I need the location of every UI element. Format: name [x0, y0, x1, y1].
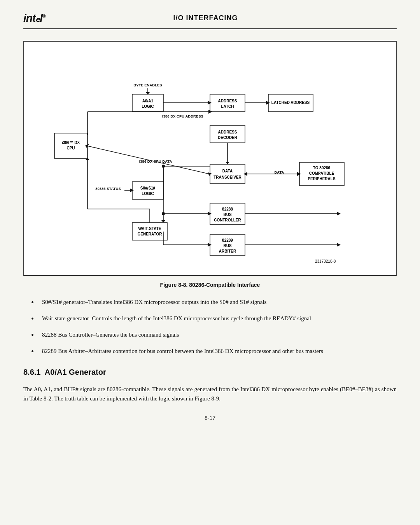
- svg-text:S0#/S1#: S0#/S1#: [140, 186, 156, 190]
- bullet-list: • S0#/S1# generator–Translates Intel386 …: [23, 298, 397, 356]
- svg-text:82288: 82288: [222, 207, 233, 211]
- section-heading: 8.6.1 A0/A1 Generator: [23, 368, 397, 377]
- page-title: I/O INTERFACING: [173, 14, 238, 22]
- figure-caption: Figure 8-8. 80286-Compatible Interface: [23, 282, 397, 288]
- figure-container: i386™ DX CPU A0/A1 LOGIC ADDRESS LATCH L…: [23, 41, 397, 276]
- svg-text:80386 STATUS: 80386 STATUS: [95, 186, 121, 191]
- svg-text:BYTE ENABLES: BYTE ENABLES: [133, 83, 162, 87]
- svg-marker-66: [337, 243, 341, 247]
- bullet-text-2: Wait-state generator–Controls the length…: [42, 314, 311, 323]
- circuit-diagram: i386™ DX CPU A0/A1 LOGIC ADDRESS LATCH L…: [43, 49, 377, 267]
- svg-text:BUS: BUS: [223, 244, 231, 248]
- data-transceiver-block: [210, 164, 245, 184]
- svg-text:LATCH: LATCH: [221, 104, 234, 109]
- svg-text:A0/A1: A0/A1: [142, 99, 154, 103]
- bullet-text-3: 82288 Bus Controller–Generates the bus c…: [42, 330, 179, 339]
- bullet-text-4: 82289 Bus Arbiter–Arbitrates contention …: [42, 347, 323, 356]
- svg-text:GENERATOR: GENERATOR: [138, 232, 163, 236]
- svg-text:I386 DX CPU ADDRESS: I386 DX CPU ADDRESS: [162, 114, 203, 118]
- bullet-text-1: S0#/S1# generator–Translates Intel386 DX…: [42, 298, 266, 307]
- svg-text:COMPATIBLE: COMPATIBLE: [309, 171, 334, 176]
- svg-marker-64: [337, 212, 341, 216]
- bullet-item-4: • 82289 Bus Arbiter–Arbitrates contentio…: [31, 347, 389, 356]
- svg-text:I386 DX CPU DATA: I386 DX CPU DATA: [139, 159, 172, 163]
- intel-logo: intₑl®: [23, 12, 46, 25]
- svg-text:LOGIC: LOGIC: [142, 191, 154, 196]
- bullet-item-1: • S0#/S1# generator–Translates Intel386 …: [31, 298, 389, 307]
- svg-text:DECODER: DECODER: [218, 135, 238, 140]
- so-s1-block: [132, 182, 163, 199]
- svg-text:LOGIC: LOGIC: [142, 104, 154, 109]
- svg-text:23173218-8: 23173218-8: [315, 259, 336, 263]
- svg-text:TO 80286: TO 80286: [313, 166, 331, 170]
- svg-text:DATA: DATA: [222, 169, 233, 173]
- svg-text:CONTROLLER: CONTROLLER: [214, 218, 241, 222]
- svg-text:WAIT-STATE: WAIT-STATE: [138, 227, 161, 231]
- page-header: intₑl® I/O INTERFACING: [23, 12, 397, 29]
- body-paragraph: The A0, A1, and BHE# signals are 80286-c…: [23, 385, 397, 403]
- svg-text:BUS: BUS: [223, 212, 231, 217]
- svg-text:DATA: DATA: [275, 170, 284, 174]
- bullet-dot-1: •: [31, 298, 39, 307]
- svg-text:LATCHED ADDRESS: LATCHED ADDRESS: [271, 100, 310, 105]
- svg-text:ADDRESS: ADDRESS: [218, 99, 237, 103]
- svg-text:TRANSCEIVER: TRANSCEIVER: [214, 175, 242, 179]
- bullet-dot-4: •: [31, 347, 39, 356]
- bullet-item-2: • Wait-state generator–Controls the leng…: [31, 314, 389, 323]
- wait-state-block: [132, 223, 167, 240]
- svg-text:i386™ DX: i386™ DX: [62, 140, 80, 145]
- svg-line-40: [88, 146, 209, 174]
- svg-text:CPU: CPU: [66, 146, 75, 150]
- bullet-dot-2: •: [31, 314, 39, 323]
- svg-marker-38: [226, 162, 229, 164]
- bullet-dot-3: •: [31, 330, 39, 340]
- svg-text:ARBITER: ARBITER: [219, 249, 236, 253]
- svg-marker-58: [161, 220, 165, 223]
- bullet-item-3: • 82288 Bus Controller–Generates the bus…: [31, 330, 389, 340]
- page-number: 8-17: [23, 415, 397, 421]
- svg-text:PERIPHERALS: PERIPHERALS: [308, 177, 335, 181]
- svg-text:82289: 82289: [222, 238, 233, 242]
- svg-text:ADDRESS: ADDRESS: [218, 130, 237, 134]
